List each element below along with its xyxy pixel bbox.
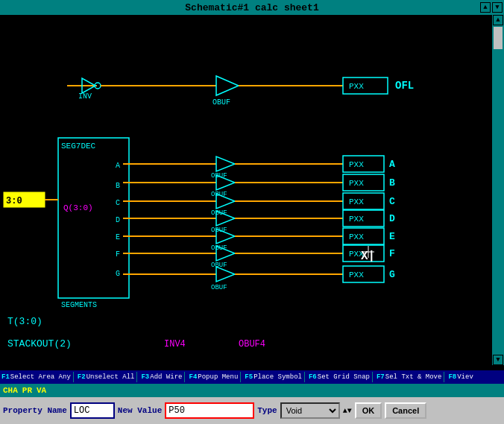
fkey-f2-text: Unselect All — [86, 373, 135, 381]
maximize-button[interactable]: ▼ — [492, 2, 503, 13]
fkey-f1[interactable]: F1 Select Area Any — [1, 373, 71, 381]
pr-label: PR — [22, 386, 32, 395]
svg-text:C: C — [389, 196, 395, 207]
function-key-bar: F1 Select Area Any F2 Unselect All F3 Ad… — [0, 370, 504, 384]
fkey-f1-text: Select Area Any — [10, 373, 71, 381]
svg-text:OBUF: OBUF — [212, 98, 230, 107]
svg-text:F: F — [389, 248, 395, 259]
property-name-label: Property Name — [3, 406, 67, 415]
title-bar: Schematic#1 calc sheet1 ▲ ▼ — [0, 0, 504, 15]
svg-text:PXX: PXX — [349, 270, 364, 279]
fkey-f6-label: F6 — [309, 373, 317, 381]
svg-text:PXX: PXX — [349, 197, 364, 206]
type-select[interactable]: Void — [280, 402, 340, 419]
type-arrow: ▲▼ — [343, 407, 352, 415]
svg-text:F: F — [116, 250, 120, 259]
fkey-f2[interactable]: F2 Unselect All — [78, 373, 135, 381]
fkey-f6[interactable]: F6 Set Grid Snap — [309, 373, 370, 381]
new-value-input[interactable] — [165, 402, 254, 419]
svg-text:SEGMENTS: SEGMENTS — [61, 301, 97, 309]
fkey-f2-label: F2 — [78, 373, 86, 381]
schematic-canvas[interactable]: INV OBUF PXX OFL SEG7DEC Q(3:0) SEGMENTS… — [0, 15, 504, 380]
svg-text:E: E — [116, 233, 120, 241]
svg-text:INV4: INV4 — [164, 339, 186, 349]
fkey-f4-text: Popup Menu — [198, 373, 238, 381]
svg-text:INV: INV — [78, 92, 92, 101]
fkey-f7-text: Sel Txt & Move — [385, 373, 442, 381]
svg-text:PXX: PXX — [349, 160, 364, 169]
fkey-f7-label: F7 — [377, 373, 385, 381]
scroll-up-button[interactable]: ▲ — [493, 15, 503, 25]
svg-text:D: D — [116, 216, 120, 224]
fkey-f4-label: F4 — [189, 373, 197, 381]
schematic-svg: INV OBUF PXX OFL SEG7DEC Q(3:0) SEGMENTS… — [0, 15, 492, 380]
svg-text:B: B — [389, 177, 395, 189]
svg-text:B: B — [116, 182, 120, 190]
fkey-f3-text: Add Wire — [150, 373, 182, 381]
svg-text:G: G — [389, 269, 395, 280]
svg-text:3:0: 3:0 — [6, 196, 22, 206]
fkey-f5-text: Place Symbol — [253, 373, 302, 381]
property-name-input[interactable] — [70, 402, 115, 419]
fkey-f8-label: F8 — [448, 373, 456, 381]
fkey-f6-text: Set Grid Snap — [318, 373, 370, 381]
svg-text:E: E — [389, 231, 395, 242]
svg-text:PXX: PXX — [349, 179, 364, 188]
vertical-scrollbar[interactable]: ▲ ▼ — [492, 15, 504, 365]
fkey-f7[interactable]: F7 Sel Txt & Move — [377, 373, 441, 381]
property-row2: Property Name New Value Type Void ▲▼ OK … — [0, 397, 504, 424]
svg-text:PXX: PXX — [349, 215, 364, 224]
svg-text:OFL: OFL — [395, 80, 414, 92]
svg-text:PXX: PXX — [349, 232, 364, 241]
property-row1: CHA PR VA — [0, 384, 504, 397]
svg-text:D: D — [389, 213, 395, 224]
svg-text:PXX: PXX — [349, 82, 364, 91]
scroll-down-button[interactable]: ▼ — [493, 355, 503, 365]
svg-text:G: G — [116, 270, 120, 278]
new-value-label: New Value — [118, 406, 162, 415]
fkey-f8-text: Viev — [457, 373, 473, 381]
fkey-f3-label: F3 — [141, 373, 149, 381]
fkey-f4[interactable]: F4 Popup Menu — [189, 373, 238, 381]
minimize-button[interactable]: ▲ — [480, 2, 491, 13]
type-label: Type — [257, 406, 277, 415]
svg-text:OBUF: OBUF — [211, 244, 227, 252]
svg-text:SEG7DEC: SEG7DEC — [61, 142, 96, 151]
window-title: Schematic#1 calc sheet1 — [185, 2, 318, 13]
svg-text:Q(3:0): Q(3:0) — [63, 203, 93, 212]
svg-text:OBUF: OBUF — [211, 209, 227, 217]
property-bar: CHA PR VA Property Name New Value Type V… — [0, 384, 504, 424]
va-label: VA — [37, 386, 46, 395]
cha-label: CHA — [3, 386, 18, 395]
ok-button[interactable]: OK — [355, 402, 382, 419]
fkey-f1-label: F1 — [1, 373, 10, 381]
svg-text:T(3:0): T(3:0) — [7, 316, 42, 327]
svg-text:STACKOUT(2): STACKOUT(2) — [7, 338, 72, 349]
fkey-f8[interactable]: F8 Viev — [448, 373, 473, 381]
svg-text:A: A — [116, 162, 120, 170]
svg-text:C: C — [116, 199, 120, 207]
svg-rect-0 — [0, 15, 492, 380]
fkey-f5-label: F5 — [245, 373, 253, 381]
scroll-thumb[interactable] — [494, 27, 503, 49]
fkey-f3[interactable]: F3 Add Wire — [141, 373, 182, 381]
svg-text:OBUF: OBUF — [211, 284, 227, 291]
cancel-button[interactable]: Cancel — [385, 402, 426, 419]
svg-text:OBUF4: OBUF4 — [239, 339, 265, 349]
fkey-f5[interactable]: F5 Place Symbol — [245, 373, 302, 381]
svg-text:A: A — [389, 159, 395, 170]
